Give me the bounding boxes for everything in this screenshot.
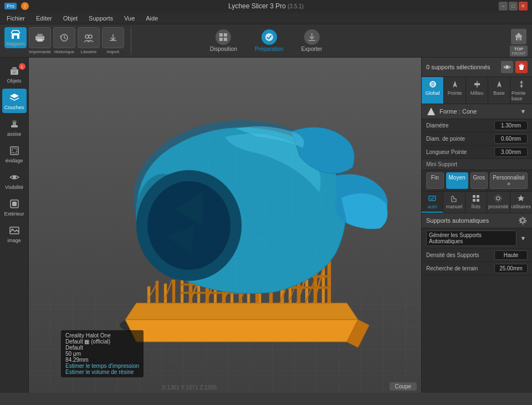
tab-milieu[interactable]: Milieu: [466, 77, 488, 104]
longueur-pointe-value[interactable]: 3.00mm: [494, 147, 528, 157]
sidebar-item-couches[interactable]: Couches: [2, 89, 27, 113]
toolbar-import: Import: [102, 27, 124, 54]
svg-rect-21: [12, 148, 17, 153]
svg-rect-61: [147, 286, 150, 303]
home-button[interactable]: [511, 29, 526, 44]
svg-rect-86: [473, 199, 475, 202]
auto-tab-utilitaires[interactable]: utilitaires: [510, 192, 533, 213]
viewport[interactable]: Creality Halot One Default ▦ (official) …: [29, 58, 421, 393]
auto-tab-auto[interactable]: auto: [422, 192, 443, 213]
sidebar-item-objets[interactable]: 1 Objets: [2, 62, 27, 86]
tab-base[interactable]: Base: [488, 77, 510, 104]
svg-point-26: [11, 229, 13, 230]
density-row: Densité des Supports Haute: [422, 249, 532, 262]
imprimante-label: Imprimante: [29, 49, 51, 54]
tab-global[interactable]: Global: [422, 77, 444, 104]
svg-rect-85: [477, 195, 479, 198]
mini-fin-button[interactable]: Fin: [426, 172, 444, 189]
svg-rect-11: [219, 38, 223, 41]
milieu-icon: [473, 80, 482, 89]
mini-moyen-button[interactable]: Moyen: [446, 172, 468, 189]
maximize-button[interactable]: □: [509, 2, 518, 11]
minimize-button[interactable]: −: [499, 2, 508, 11]
base-icon: [495, 80, 504, 89]
svg-point-69: [147, 181, 231, 270]
diametre-label: Diamètre: [426, 122, 492, 129]
auto-tab-manuel[interactable]: manuel: [443, 192, 465, 213]
close-button[interactable]: ✕: [519, 2, 528, 11]
tab-preparation[interactable]: Préparation: [250, 27, 288, 54]
pro-badge: Pro: [4, 3, 17, 9]
menu-objet[interactable]: Objet: [59, 14, 82, 23]
exporter-label: Exporter: [301, 46, 322, 52]
gear-button[interactable]: [518, 216, 528, 225]
menu-editer[interactable]: Editer: [32, 14, 57, 23]
preparation-icon: [264, 32, 274, 42]
svg-rect-4: [37, 39, 43, 42]
librairie-icon: [83, 33, 94, 42]
toolbar-magasin[interactable]: Magasin: [4, 27, 27, 48]
exporter-icon: [306, 32, 316, 42]
delete-button[interactable]: [515, 61, 528, 73]
visibilite-icon: [9, 172, 20, 183]
svg-point-88: [497, 197, 500, 200]
tab-disposition[interactable]: Disposition: [206, 27, 242, 54]
forme-dropdown-button[interactable]: ▼: [519, 107, 528, 116]
sidebar-item-exterieur[interactable]: Extérieur: [2, 195, 27, 219]
objets-label: Objets: [7, 78, 21, 84]
menu-supports[interactable]: Supports: [84, 14, 117, 23]
estimate-volume-link[interactable]: Estimer le volume de résine: [65, 369, 139, 375]
mini-support-buttons: Fin Moyen Gros Personnalisé »: [422, 170, 532, 192]
toolbar-import-btn[interactable]: [102, 27, 124, 48]
svg-rect-19: [11, 125, 18, 127]
density-value[interactable]: Haute: [494, 250, 528, 260]
profile1: Default ▦ (official): [65, 339, 139, 345]
toolbar-lib-btn[interactable]: [78, 27, 100, 48]
longueur-pointe-row: Longueur Pointe 3.00mm: [422, 146, 532, 159]
disposition-label: Disposition: [210, 46, 237, 52]
generate-dropdown-row: Générer les Supports Automatiques ▼: [422, 228, 532, 249]
coupe-button[interactable]: Coupe: [390, 382, 417, 391]
menu-fichier[interactable]: Fichier: [2, 14, 29, 23]
sidebar-item-assise[interactable]: assise: [2, 115, 27, 140]
terrain-label: Recherche de terrain: [426, 265, 492, 271]
diam-pointe-value[interactable]: 0.60mm: [494, 134, 528, 143]
svg-rect-24: [12, 202, 17, 206]
svg-point-89: [495, 195, 502, 202]
diam-pointe-row: Diam. de pointe 0.60mm: [422, 132, 532, 146]
magasin-icon: [10, 29, 21, 40]
menu-aide[interactable]: Aide: [141, 14, 162, 23]
toolbar-imprimante[interactable]: [29, 27, 51, 48]
menu-bar: Fichier Editer Objet Supports Vue Aide: [0, 12, 532, 24]
import-label: Import: [102, 49, 124, 54]
eye-button[interactable]: [501, 61, 513, 73]
diametre-value[interactable]: 1.30mm: [494, 121, 528, 130]
svg-rect-14: [517, 38, 520, 40]
auto-tabs: auto manuel îlots: [422, 192, 532, 213]
estimate-time-link[interactable]: Estimer le temps d'impression: [65, 363, 139, 369]
svg-point-8: [89, 35, 92, 38]
generate-dropdown[interactable]: Générer les Supports Automatiques: [426, 230, 516, 246]
support-tabs: Global Pointe Milieu: [422, 77, 532, 104]
tab-pointe-base[interactable]: Pointe base: [510, 77, 532, 104]
dropdown-arrow[interactable]: ▼: [519, 234, 528, 243]
historique-icon: [59, 33, 70, 42]
auto-tab-proximite[interactable]: proximité: [487, 192, 510, 213]
preparation-label: Préparation: [255, 46, 284, 52]
sidebar-item-evidage[interactable]: évidage: [2, 142, 27, 166]
auto-tab-ilots[interactable]: îlots: [466, 192, 487, 213]
toolbar-hist-btn[interactable]: [53, 27, 75, 48]
tab-pointe[interactable]: Pointe: [444, 77, 466, 104]
sidebar-item-visibilite[interactable]: Visibilité: [2, 168, 27, 193]
global-icon: [428, 80, 437, 89]
evidage-icon: [9, 145, 20, 156]
pointe-label: Pointe: [448, 90, 462, 96]
mini-gros-button[interactable]: Gros: [470, 172, 488, 189]
tab-exporter[interactable]: Exporter: [296, 27, 326, 54]
menu-vue[interactable]: Vue: [120, 14, 139, 23]
model-area: [62, 80, 410, 360]
terrain-value[interactable]: 25.00mm: [494, 264, 528, 273]
pointe-icon: [451, 80, 459, 89]
sidebar-item-image[interactable]: image: [2, 222, 27, 246]
mini-personnalise-button[interactable]: Personnalisé »: [490, 172, 528, 189]
